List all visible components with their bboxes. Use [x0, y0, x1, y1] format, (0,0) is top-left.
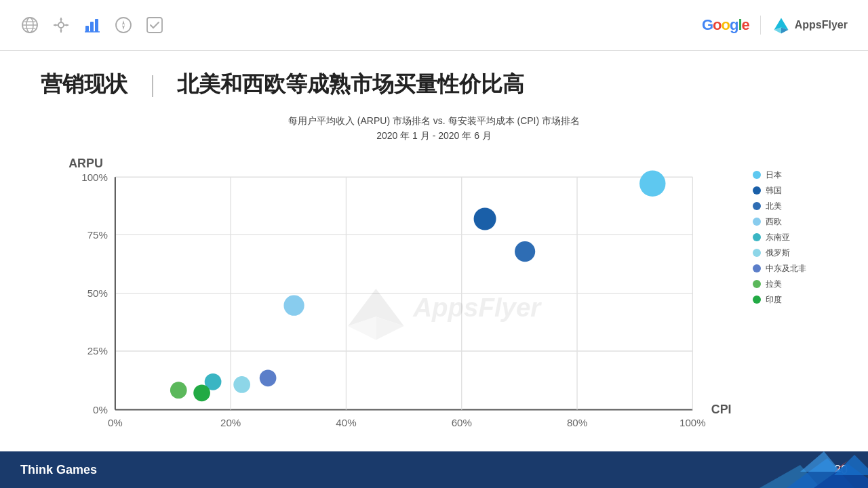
compass-icon[interactable]	[114, 16, 133, 35]
brand-label: Think Games	[20, 463, 97, 477]
legend-item: 北美	[753, 201, 827, 212]
legend-label: 俄罗斯	[766, 247, 790, 259]
y-axis-label: ARPU	[68, 157, 103, 170]
svg-rect-15	[90, 22, 94, 32]
appsflyer-logo: AppsFlyer	[772, 16, 848, 35]
check-icon[interactable]	[145, 16, 164, 35]
datapoint-korea	[474, 207, 496, 230]
legend-item: 中东及北非	[753, 263, 827, 274]
legend-label: 东南亚	[766, 232, 790, 243]
legend-label: 中东及北非	[766, 263, 806, 274]
svg-text:40%: 40%	[336, 417, 356, 428]
svg-rect-14	[85, 26, 89, 32]
bottom-bar: Think Games 20	[0, 451, 868, 488]
datapoint-russia	[233, 376, 250, 393]
legend-dot	[753, 233, 761, 241]
google-logo: Google	[702, 16, 749, 34]
svg-text:100%: 100%	[81, 171, 108, 182]
svg-text:80%: 80%	[567, 417, 587, 428]
svg-marker-50	[834, 455, 868, 475]
svg-text:0%: 0%	[108, 417, 123, 428]
globe-icon[interactable]	[20, 16, 39, 35]
legend-label: 印度	[766, 294, 782, 306]
legend-dot	[753, 249, 761, 257]
title-divider: ｜	[142, 72, 163, 96]
header-icons	[20, 16, 164, 35]
svg-marker-19	[122, 20, 125, 25]
svg-text:100%: 100%	[679, 417, 706, 428]
legend-item: 拉美	[753, 279, 827, 290]
svg-text:60%: 60%	[452, 417, 472, 428]
svg-text:25%: 25%	[87, 345, 108, 357]
legend-label: 拉美	[766, 279, 782, 290]
move-icon[interactable]	[52, 16, 71, 35]
svg-marker-20	[122, 25, 125, 30]
legend-item: 日本	[753, 169, 827, 181]
legend-dot	[753, 186, 761, 195]
logo-divider	[760, 16, 761, 35]
legend-label: 西欧	[766, 216, 782, 228]
legend-item: 东南亚	[753, 232, 827, 243]
svg-rect-16	[95, 19, 98, 32]
svg-text:50%: 50%	[87, 287, 108, 299]
chart-bar-icon[interactable]	[83, 16, 102, 35]
scatter-chart: ARPU 100% 75% 50%	[41, 149, 739, 438]
legend-item: 韩国	[753, 185, 827, 197]
title-sub: 北美和西欧等成熟市场买量性价比高	[177, 72, 524, 96]
legend-dot	[753, 264, 761, 272]
chart-title: 每用户平均收入 (ARPU) 市场排名 vs. 每安装平均成本 (CPI) 市场…	[41, 113, 827, 144]
legend-item: 印度	[753, 294, 827, 306]
chart-area: 每用户平均收入 (ARPU) 市场排名 vs. 每安装平均成本 (CPI) 市场…	[0, 113, 868, 441]
legend-label: 北美	[766, 201, 782, 212]
legend-dot	[753, 280, 761, 288]
title-section: 营销现状 ｜ 北美和西欧等成熟市场买量性价比高	[0, 51, 868, 106]
legend-label: 日本	[766, 169, 782, 181]
header-logos: Google AppsFlyer	[702, 16, 848, 35]
legend-item: 俄罗斯	[753, 247, 827, 259]
legend-label: 韩国	[766, 185, 782, 197]
legend-item: 西欧	[753, 216, 827, 228]
svg-text:75%: 75%	[87, 229, 108, 241]
legend-dot	[753, 202, 761, 210]
svg-text:CPI: CPI	[711, 403, 732, 416]
svg-text:AppsFlyer: AppsFlyer	[412, 293, 542, 322]
svg-marker-49	[800, 451, 841, 472]
svg-text:0%: 0%	[93, 404, 108, 415]
chart-legend: 日本韩国北美西欧东南亚俄罗斯中东及北非拉美印度	[753, 149, 827, 441]
datapoint-middle-east	[260, 369, 277, 386]
svg-text:20%: 20%	[220, 417, 241, 428]
chart-title-line1: 每用户平均收入 (ARPU) 市场排名 vs. 每安装平均成本 (CPI) 市场…	[41, 113, 827, 128]
datapoint-latam	[170, 382, 187, 399]
svg-rect-21	[147, 18, 162, 33]
legend-dot	[753, 171, 761, 179]
appsflyer-label: AppsFlyer	[795, 19, 848, 31]
chart-container: ARPU 100% 75% 50%	[41, 149, 827, 441]
page-title: 营销现状 ｜ 北美和西欧等成熟市场买量性价比高	[41, 70, 827, 100]
svg-marker-12	[54, 24, 56, 26]
header: Google AppsFlyer	[0, 0, 868, 51]
title-main: 营销现状	[41, 72, 127, 96]
svg-marker-11	[60, 30, 62, 33]
datapoint-west-europe	[283, 295, 304, 315]
datapoint-india	[193, 384, 210, 401]
datapoint-japan	[639, 170, 665, 196]
svg-point-5	[58, 22, 64, 28]
svg-marker-13	[66, 24, 68, 26]
legend-dot	[753, 296, 761, 304]
svg-point-18	[116, 18, 131, 33]
chart-title-line2: 2020 年 1 月 - 2020 年 6 月	[41, 128, 827, 143]
datapoint-north-america	[515, 241, 535, 262]
svg-marker-10	[60, 18, 62, 20]
chart-wrapper: ARPU 100% 75% 50%	[41, 149, 739, 441]
bottom-decoration	[719, 451, 868, 488]
legend-dot	[753, 218, 761, 226]
